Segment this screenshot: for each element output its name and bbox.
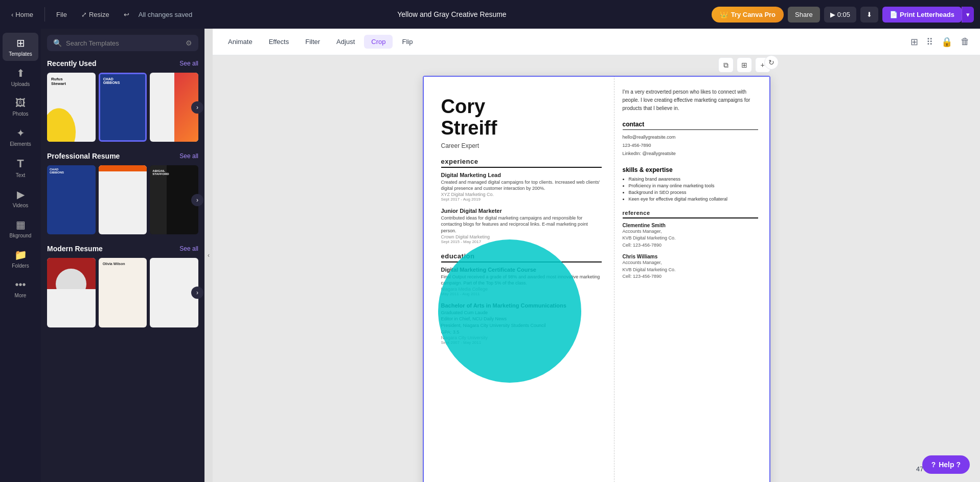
- modern-resume-section: Modern Resume See all Olivia Wilson: [47, 245, 198, 327]
- cyan-decorative-circle: [438, 239, 581, 383]
- template-grid-recent: RufusStewart CHADGIBBONS: [47, 73, 198, 142]
- canvas-content: ⧉ ⊞ + ↻ Cory St: [423, 76, 770, 482]
- crown-icon: 👑: [720, 11, 728, 18]
- file-button[interactable]: File: [51, 8, 72, 21]
- play-button[interactable]: ▶ 0:05: [824, 7, 856, 23]
- experience-item-2: Junior Digital Marketer Contributed idea…: [441, 208, 602, 244]
- scroll-right-arrow-professional[interactable]: ›: [191, 194, 203, 206]
- see-all-professional[interactable]: See all: [179, 152, 198, 160]
- undo-icon: ↩: [124, 11, 129, 18]
- doc-ctrl-duplicate-icon[interactable]: ⊞: [737, 57, 752, 73]
- adjust-button[interactable]: Adjust: [329, 35, 362, 49]
- skills-section-title: skills & expertise: [623, 166, 758, 173]
- sidebar-item-uploads[interactable]: ⬆ Uploads: [3, 63, 38, 91]
- canvas-scroll[interactable]: ⧉ ⊞ + ↻ Cory St: [213, 55, 980, 482]
- professional-resume-section: Professional Resume See all CHADGIBBONS …: [47, 152, 198, 234]
- document-wrapper: ⧉ ⊞ + ↻ Cory St: [423, 76, 770, 482]
- templates-icon: ⊞: [16, 37, 25, 49]
- grid-icon[interactable]: ⊞: [908, 34, 920, 50]
- section-title-recently-used: Recently Used: [47, 59, 96, 68]
- search-input[interactable]: [66, 39, 181, 47]
- lock-icon[interactable]: 🔒: [939, 34, 954, 50]
- sidebar-item-templates[interactable]: ⊞ Templates: [3, 33, 38, 61]
- help-icon: ?: [931, 461, 936, 469]
- videos-icon: ▶: [17, 188, 25, 201]
- filter-icon[interactable]: ⚙: [186, 39, 192, 47]
- pattern-icon[interactable]: ⠿: [924, 34, 935, 50]
- chevron-left-panel-icon: ‹: [208, 252, 210, 259]
- templates-panel: 🔍 ⚙ Recently Used See all RufusStewart C…: [41, 29, 204, 482]
- uploads-icon: ⬆: [16, 67, 25, 79]
- document-card[interactable]: Cory Streiff Career Expert experience Di…: [423, 76, 770, 482]
- sidebar-item-elements[interactable]: ✦ Elements: [3, 123, 38, 151]
- download-icon: ⬇: [867, 11, 872, 18]
- print-dropdown-button[interactable]: ▾: [962, 7, 974, 23]
- sidebar-item-background[interactable]: ▦ Bkground: [3, 214, 38, 243]
- sidebar-item-videos[interactable]: ▶ Videos: [3, 184, 38, 212]
- template-card[interactable]: RufusStewart: [47, 73, 96, 142]
- sidebar-item-more[interactable]: ••• More: [3, 275, 38, 302]
- icon-sidebar: ⊞ Templates ⬆ Uploads 🖼 Photos ✦ Element…: [0, 29, 41, 482]
- scroll-right-arrow-modern[interactable]: ›: [191, 287, 203, 299]
- sidebar-item-folders[interactable]: 📁 Folders: [3, 245, 38, 273]
- animate-button[interactable]: Animate: [221, 35, 260, 49]
- contact-info: hello@reallygreatsite.com 123-456-7890 L…: [623, 133, 758, 158]
- experience-section-title: experience: [441, 158, 602, 168]
- resume-intro: I'm a very extroverted person who likes …: [623, 88, 758, 113]
- print-button[interactable]: 📄 Print Letterheads: [882, 7, 962, 23]
- flip-button[interactable]: Flip: [395, 35, 420, 49]
- scroll-right-arrow[interactable]: ›: [191, 101, 203, 114]
- filter-button[interactable]: Filter: [298, 35, 327, 49]
- print-icon: 📄: [890, 11, 898, 18]
- section-title-modern: Modern Resume: [47, 245, 103, 253]
- document-float-controls: ⧉ ⊞ +: [718, 57, 770, 73]
- section-header-modern: Modern Resume See all: [47, 245, 198, 253]
- resume-name: Cory Streiff: [441, 96, 602, 139]
- try-canva-pro-button[interactable]: 👑 Try Canva Pro: [712, 7, 784, 23]
- save-status: All changes saved: [139, 11, 193, 18]
- search-icon: 🔍: [53, 39, 62, 47]
- toolbar-strip: Animate Effects Filter Adjust Crop Flip …: [213, 29, 980, 55]
- topbar: ‹ Home File ⤢ Resize ↩ All changes saved…: [0, 0, 980, 29]
- template-card[interactable]: CHADGIBBONS: [99, 73, 147, 142]
- text-icon: T: [17, 157, 24, 170]
- section-title-professional: Professional Resume: [47, 152, 120, 160]
- sidebar-item-text[interactable]: T Text: [3, 153, 38, 182]
- photos-icon: 🖼: [15, 97, 26, 109]
- download-button[interactable]: ⬇: [860, 7, 878, 23]
- template-grid-professional: CHADGIBBONS ABIGAILSTAFFORD: [47, 165, 198, 234]
- template-card[interactable]: Olivia Wilson: [99, 258, 147, 327]
- background-icon: ▦: [16, 218, 26, 231]
- reference-item-1: Clementine Smith Accounts Manager, KVB D…: [623, 223, 758, 249]
- template-card[interactable]: CHADGIBBONS: [47, 165, 96, 234]
- sidebar-item-photos[interactable]: 🖼 Photos: [3, 93, 38, 121]
- elements-icon: ✦: [16, 127, 25, 139]
- resize-icon: ⤢: [81, 11, 87, 18]
- template-card[interactable]: [47, 258, 96, 327]
- home-button[interactable]: ‹ Home: [6, 8, 38, 21]
- template-card[interactable]: [99, 165, 147, 234]
- effects-button[interactable]: Effects: [262, 35, 297, 49]
- rotate-handle[interactable]: ↻: [764, 55, 779, 70]
- panel-collapse-button[interactable]: ‹: [204, 29, 213, 482]
- see-all-modern[interactable]: See all: [179, 245, 198, 252]
- document-title: Yellow and Gray Creative Resume: [397, 10, 506, 18]
- help-button[interactable]: ? Help ?: [922, 455, 970, 474]
- resize-button[interactable]: ⤢ Resize: [76, 8, 115, 21]
- reference-item-2: Chris Williams Accounts Manager, KVB Dig…: [623, 254, 758, 280]
- search-bar[interactable]: 🔍 ⚙: [47, 35, 198, 51]
- play-icon: ▶: [830, 11, 835, 18]
- toolbar-right-icons: ⊞ ⠿ 🔒 🗑: [908, 34, 972, 50]
- recently-used-grid: RufusStewart CHADGIBBONS ›: [47, 73, 198, 142]
- crop-button[interactable]: Crop: [364, 35, 393, 49]
- undo-button[interactable]: ↩: [119, 8, 134, 21]
- see-all-recently-used[interactable]: See all: [179, 60, 198, 67]
- template-grid-modern: Olivia Wilson: [47, 258, 198, 327]
- resume-left-column: Cory Streiff Career Expert experience Di…: [423, 76, 614, 482]
- resume-job-title: Career Expert: [441, 142, 602, 149]
- trash-icon[interactable]: 🗑: [959, 34, 972, 49]
- share-button[interactable]: Share: [788, 7, 820, 23]
- modern-resume-grid: Olivia Wilson ›: [47, 258, 198, 327]
- canvas-area: Animate Effects Filter Adjust Crop Flip …: [213, 29, 980, 482]
- doc-ctrl-copy-icon[interactable]: ⧉: [718, 57, 734, 73]
